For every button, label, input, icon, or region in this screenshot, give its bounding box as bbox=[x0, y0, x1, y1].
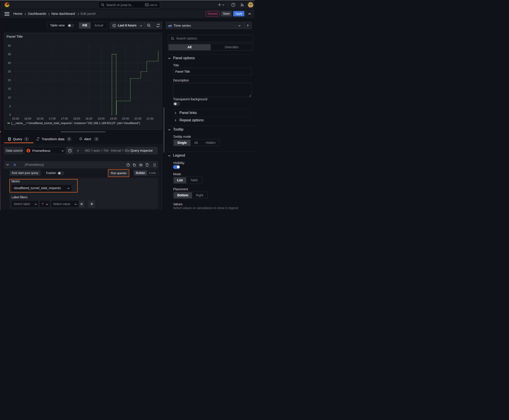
svg-text:{__name__="cloudflared_tunnel_: {__name__="cloudflared_tunnel_total_requ… bbox=[11, 121, 140, 125]
svg-text:35: 35 bbox=[8, 53, 11, 56]
svg-text:40: 40 bbox=[8, 44, 11, 47]
svg-text:18:00: 18:00 bbox=[73, 117, 80, 120]
svg-text:18:30: 18:30 bbox=[85, 117, 92, 120]
svg-text:19:00: 19:00 bbox=[97, 117, 104, 120]
svg-text:20:30: 20:30 bbox=[134, 117, 141, 120]
svg-text:21:00: 21:00 bbox=[146, 117, 153, 120]
svg-text:19:30: 19:30 bbox=[110, 117, 117, 120]
svg-text:10: 10 bbox=[8, 96, 11, 99]
svg-text:15: 15 bbox=[8, 87, 11, 90]
svg-text:0: 0 bbox=[9, 113, 11, 116]
svg-text:5: 5 bbox=[9, 105, 11, 108]
svg-text:20: 20 bbox=[8, 79, 11, 82]
svg-text:17:30: 17:30 bbox=[61, 117, 68, 120]
svg-text:25: 25 bbox=[8, 70, 11, 73]
svg-text:20:00: 20:00 bbox=[122, 117, 129, 120]
svg-text:16:00: 16:00 bbox=[24, 117, 31, 120]
svg-text:15:30: 15:30 bbox=[12, 117, 19, 120]
svg-text:17:00: 17:00 bbox=[49, 117, 56, 120]
svg-text:30: 30 bbox=[8, 61, 11, 64]
svg-text:16:30: 16:30 bbox=[36, 117, 43, 120]
